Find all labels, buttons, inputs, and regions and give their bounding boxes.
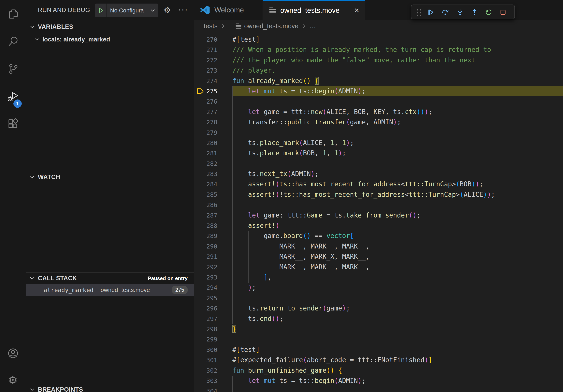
line-number[interactable]: 276 [194, 96, 218, 107]
line-number[interactable]: 279 [194, 128, 218, 138]
line-number[interactable]: 283 [194, 169, 218, 179]
line-number[interactable]: 281 [194, 148, 218, 158]
line-number[interactable]: 280 [194, 138, 218, 148]
code-line-282[interactable]: 282 [194, 158, 563, 169]
extensions-icon[interactable] [7, 118, 19, 129]
code-line-272[interactable]: 272/// the player who made the "false" m… [194, 55, 563, 65]
code-line-286[interactable]: 286 [194, 200, 563, 210]
start-debug-icon[interactable] [95, 3, 106, 17]
restart-button[interactable] [485, 8, 493, 16]
code-line-288[interactable]: 288 assert!( [194, 221, 563, 231]
code-line-281[interactable]: 281 ts.place_mark(BOB, 1, 1); [194, 148, 563, 158]
line-number[interactable]: 302 [194, 365, 218, 376]
line-number[interactable]: 293 [194, 272, 218, 282]
line-number[interactable]: 295 [194, 293, 218, 303]
variables-scope-label: locals: already_marked [42, 36, 110, 43]
line-number[interactable]: 285 [194, 189, 218, 200]
close-tab-icon[interactable]: ✕ [354, 7, 359, 14]
line-number[interactable]: 292 [194, 262, 218, 272]
line-number[interactable]: 288 [194, 221, 218, 231]
code-line-285[interactable]: 285 assert!(!ts::has_most_recent_for_add… [194, 189, 563, 200]
line-number[interactable]: 278 [194, 117, 218, 127]
code-line-290[interactable]: 290 MARK__, MARK__, MARK__, [194, 241, 563, 251]
code-line-289[interactable]: 289 game.board() == vector[ [194, 231, 563, 241]
code-line-304[interactable]: 304 [194, 386, 563, 392]
line-number[interactable]: 284 [194, 179, 218, 189]
variables-scope-row[interactable]: locals: already_marked [26, 35, 194, 44]
code-line-303[interactable]: 303 let mut ts = ts::begin(ADMIN); [194, 376, 563, 386]
code-line-284[interactable]: 284 assert!(ts::has_most_recent_for_addr… [194, 179, 563, 189]
breadcrumb-item-tests[interactable]: tests [204, 22, 218, 30]
code-line-295[interactable]: 295 [194, 293, 563, 303]
breadcrumb-item-file[interactable]: owned_tests.move [244, 22, 298, 30]
search-icon[interactable] [7, 36, 19, 47]
line-number[interactable]: 304 [194, 386, 218, 392]
code-line-276[interactable]: 276 [194, 96, 563, 107]
breadcrumb-item-symbol[interactable]: … [309, 22, 316, 30]
line-number[interactable]: 296 [194, 303, 218, 314]
line-number[interactable]: 300 [194, 345, 218, 355]
line-number[interactable]: 270 [194, 34, 218, 45]
code-line-278[interactable]: 278 transfer::public_transfer(game, ADMI… [194, 117, 563, 127]
code-line-291[interactable]: 291 MARK__, MARK_X, MARK__, [194, 251, 563, 262]
toolbar-drag-grip[interactable] [415, 8, 423, 16]
line-number[interactable]: 299 [194, 334, 218, 344]
call-stack-section-header[interactable]: CALL STACK Paused on entry [26, 274, 194, 283]
step-out-button[interactable] [471, 8, 478, 16]
settings-gear-icon[interactable]: ⚙ [7, 374, 19, 386]
debug-settings-gear-icon[interactable]: ⚙ [163, 6, 171, 14]
tab-owned-tests-move[interactable]: owned_tests.move ✕ [263, 0, 365, 20]
code-line-301[interactable]: 301#[expected_failure(abort_code = ttt::… [194, 355, 563, 365]
line-number[interactable]: 273 [194, 65, 218, 76]
line-number[interactable]: 287 [194, 210, 218, 221]
code-line-292[interactable]: 292 MARK__, MARK__, MARK__, [194, 262, 563, 272]
code-line-287[interactable]: 287 let game: ttt::Game = ts.take_from_s… [194, 210, 563, 221]
code-line-280[interactable]: 280 ts.place_mark(ALICE, 1, 1); [194, 138, 563, 148]
line-number[interactable]: 289 [194, 231, 218, 241]
code-line-283[interactable]: 283 ts.next_tx(ADMIN); [194, 169, 563, 179]
watch-section-header[interactable]: WATCH [26, 172, 194, 182]
line-number[interactable]: 286 [194, 200, 218, 210]
code-line-297[interactable]: 297 ts.end(); [194, 314, 563, 324]
code-line-279[interactable]: 279 [194, 128, 563, 138]
code-line-294[interactable]: 294 ); [194, 282, 563, 293]
tab-welcome[interactable]: Welcome [195, 0, 263, 20]
line-number[interactable]: 277 [194, 107, 218, 117]
code-line-273[interactable]: 273/// player. [194, 65, 563, 76]
code-line-298[interactable]: 298} [194, 324, 563, 334]
account-icon[interactable] [7, 348, 19, 359]
stop-button[interactable] [499, 8, 507, 16]
step-over-button[interactable] [441, 8, 449, 16]
line-number[interactable]: 303 [194, 376, 218, 386]
line-number[interactable]: 297 [194, 314, 218, 324]
code-line-274[interactable]: 274fun already_marked() { [194, 76, 563, 86]
step-into-button[interactable] [456, 8, 464, 16]
code-line-302[interactable]: 302fun burn_unfinished_game() { [194, 365, 563, 376]
call-stack-frame[interactable]: already_markedowned_tests.move275 [26, 284, 194, 296]
code-line-271[interactable]: 271/// When a position is already marked… [194, 45, 563, 55]
code-editor[interactable]: 270#[test]271/// When a position is alre… [194, 32, 563, 392]
line-number[interactable]: 282 [194, 158, 218, 169]
line-number[interactable]: 271 [194, 45, 218, 55]
code-line-299[interactable]: 299 [194, 334, 563, 344]
line-number[interactable]: 294 [194, 282, 218, 293]
line-number[interactable]: 301 [194, 355, 218, 365]
variables-section-header[interactable]: VARIABLES [26, 22, 194, 32]
line-number[interactable]: 291 [194, 251, 218, 262]
continue-button[interactable] [426, 8, 434, 16]
code-line-293[interactable]: 293 ], [194, 272, 563, 282]
more-actions-icon[interactable]: ··· [178, 5, 187, 14]
line-number[interactable]: 298 [194, 324, 218, 334]
code-line-296[interactable]: 296 ts.return_to_sender(game); [194, 303, 563, 314]
line-number[interactable]: 290 [194, 241, 218, 251]
line-number[interactable]: 274 [194, 76, 218, 86]
line-number[interactable]: 272 [194, 55, 218, 65]
debug-configuration-dropdown[interactable]: No Configura [95, 3, 158, 17]
code-line-300[interactable]: 300#[test] [194, 345, 563, 355]
code-line-277[interactable]: 277 let game = ttt::new(ALICE, BOB, KEY,… [194, 107, 563, 117]
code-line-270[interactable]: 270#[test] [194, 34, 563, 45]
explorer-icon[interactable] [7, 8, 19, 20]
breakpoints-section-header[interactable]: BREAKPOINTS [26, 385, 194, 392]
code-line-275[interactable]: 275 let mut ts = ts::begin(ADMIN); [194, 86, 563, 96]
source-control-icon[interactable] [7, 63, 19, 75]
